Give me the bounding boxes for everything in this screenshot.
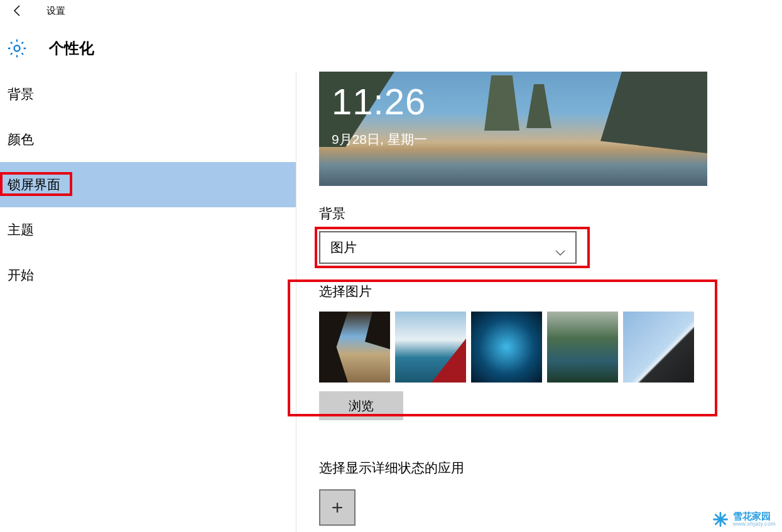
plus-icon: +	[332, 496, 344, 519]
preview-decor-icon	[526, 84, 551, 128]
sidebar-item-background[interactable]: 背景	[0, 72, 296, 117]
image-thumbnail[interactable]	[395, 312, 466, 383]
svg-point-0	[14, 45, 19, 51]
gear-icon	[6, 38, 28, 59]
choose-image-label: 选择图片	[319, 283, 749, 300]
sidebar-item-label: 锁屏界面	[8, 177, 60, 192]
preview-date: 9月28日, 星期一	[332, 131, 427, 148]
detail-status-label: 选择显示详细状态的应用	[319, 459, 782, 477]
sidebar-item-label: 背景	[8, 87, 34, 101]
background-dropdown[interactable]: 图片	[319, 231, 577, 264]
watermark-name: 雪花家园	[733, 511, 776, 522]
sidebar: 背景 颜色 锁屏界面 主题 开始	[0, 72, 296, 532]
image-thumbnail[interactable]	[471, 312, 542, 383]
add-app-button[interactable]: +	[319, 489, 356, 526]
header-bar: 设置	[0, 0, 782, 21]
background-label: 背景	[319, 205, 782, 222]
browse-button[interactable]: 浏览	[319, 391, 403, 420]
back-arrow-icon[interactable]	[10, 3, 25, 18]
lockscreen-preview: 11:26 9月28日, 星期一	[319, 72, 707, 186]
snowflake-icon	[712, 511, 729, 528]
image-thumbnail[interactable]	[623, 312, 694, 383]
preview-decor-icon	[600, 72, 707, 153]
dropdown-value: 图片	[330, 239, 357, 256]
sidebar-item-label: 颜色	[8, 132, 34, 146]
sidebar-item-color[interactable]: 颜色	[0, 117, 296, 162]
chevron-down-icon	[555, 244, 565, 251]
content-area: 背景 颜色 锁屏界面 主题 开始 11:26 9月28日, 星期一 背景 图片	[0, 72, 782, 532]
image-thumbnail[interactable]	[547, 312, 618, 383]
watermark-text: 雪花家园 www.xhjaty.com	[733, 511, 776, 528]
choose-image-section: 选择图片 浏览	[319, 283, 749, 420]
image-thumbnail[interactable]	[319, 312, 390, 383]
sidebar-item-lockscreen[interactable]: 锁屏界面	[0, 162, 296, 207]
header-title: 设置	[46, 5, 65, 17]
thumbnail-row	[319, 312, 749, 383]
subheader: 个性化	[0, 21, 782, 72]
svg-point-1	[719, 518, 722, 521]
preview-decor-icon	[484, 75, 519, 131]
watermark-url: www.xhjaty.com	[733, 521, 776, 528]
background-dropdown-wrap: 图片	[319, 231, 585, 264]
sidebar-item-label: 主题	[8, 222, 34, 237]
sidebar-item-start[interactable]: 开始	[0, 252, 296, 298]
main-panel: 11:26 9月28日, 星期一 背景 图片 选择图片 浏览	[296, 72, 782, 532]
watermark: 雪花家园 www.xhjaty.com	[712, 511, 776, 528]
sidebar-item-label: 开始	[8, 268, 34, 282]
page-title: 个性化	[49, 38, 94, 58]
preview-time: 11:26	[332, 80, 426, 122]
sidebar-item-theme[interactable]: 主题	[0, 207, 296, 252]
